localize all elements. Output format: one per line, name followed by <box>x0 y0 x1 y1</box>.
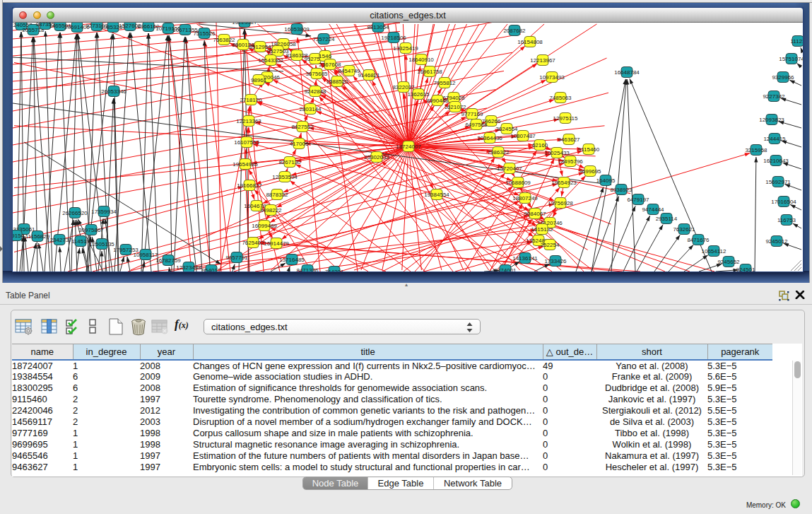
svg-text:26266520: 26266520 <box>62 210 88 216</box>
svg-text:7632621: 7632621 <box>673 226 695 233</box>
svg-text:13325419: 13325419 <box>393 45 418 52</box>
svg-text:8267130: 8267130 <box>278 159 301 165</box>
svg-text:19384554: 19384554 <box>424 192 449 198</box>
svg-text:18724007: 18724007 <box>396 144 421 150</box>
svg-text:26053346: 26053346 <box>101 88 126 95</box>
svg-text:9084067: 9084067 <box>524 211 546 217</box>
svg-text:15751074: 15751074 <box>779 56 803 62</box>
svg-text:13716485: 13716485 <box>279 257 305 263</box>
svg-text:16648784: 16648784 <box>614 69 640 76</box>
svg-text:6794028: 6794028 <box>442 95 465 101</box>
svg-text:12213363: 12213363 <box>236 118 261 124</box>
svg-text:10025433: 10025433 <box>544 150 570 156</box>
svg-text:10973493: 10973493 <box>539 74 565 81</box>
svg-text:16961758: 16961758 <box>417 69 442 75</box>
svg-text:9657791: 9657791 <box>225 255 248 261</box>
svg-text:164095: 164095 <box>596 177 616 184</box>
svg-text:25302033: 25302033 <box>364 154 389 160</box>
svg-text:8938923: 8938923 <box>610 187 632 193</box>
svg-text:9245652: 9245652 <box>717 259 740 265</box>
svg-text:19218506: 19218506 <box>381 35 406 41</box>
svg-text:19654985: 19654985 <box>233 161 258 168</box>
svg-text:19166827: 19166827 <box>237 182 262 189</box>
svg-text:1362615: 1362615 <box>407 91 430 98</box>
svg-text:8878332: 8878332 <box>266 192 288 198</box>
svg-text:16099489: 16099489 <box>252 223 277 229</box>
svg-text:954012: 954012 <box>202 267 221 272</box>
svg-text:7986322: 7986322 <box>487 149 510 156</box>
svg-text:12505135: 12505135 <box>89 241 114 247</box>
svg-text:30975867: 30975867 <box>78 227 104 233</box>
svg-text:10688609: 10688609 <box>505 180 531 186</box>
svg-text:9115460: 9115460 <box>578 146 600 153</box>
svg-text:15692971: 15692971 <box>765 179 791 185</box>
svg-text:16053809: 16053809 <box>284 26 310 33</box>
svg-text:2367608: 2367608 <box>319 62 341 68</box>
svg-text:9699695: 9699695 <box>579 168 601 175</box>
svg-text:98961: 98961 <box>251 77 267 83</box>
svg-text:7515526: 7515526 <box>193 30 216 37</box>
svg-text:7625402: 7625402 <box>242 240 264 246</box>
svg-text:39154: 39154 <box>13 233 25 239</box>
svg-text:20364436: 20364436 <box>477 135 502 141</box>
svg-text:16914479: 16914479 <box>264 240 289 247</box>
svg-text:18807249: 18807249 <box>512 195 538 201</box>
svg-text:12353594: 12353594 <box>272 174 298 180</box>
svg-text:2935114: 2935114 <box>656 216 678 222</box>
svg-text:3498222: 3498222 <box>259 207 282 214</box>
svg-text:1588520: 1588520 <box>326 78 348 85</box>
svg-text:9463627: 9463627 <box>558 136 580 143</box>
svg-text:3624554: 3624554 <box>495 126 518 132</box>
svg-text:10807487: 10807487 <box>510 133 536 139</box>
svg-text:11121: 11121 <box>790 38 803 45</box>
svg-text:9474001: 9474001 <box>494 267 517 272</box>
svg-text:764201: 764201 <box>325 269 344 272</box>
svg-text:6497568: 6497568 <box>465 122 488 128</box>
svg-text:2718170: 2718170 <box>240 97 262 103</box>
svg-text:15720407: 15720407 <box>497 165 522 172</box>
svg-text:8813054: 8813054 <box>367 24 389 30</box>
svg-text:8322037: 8322037 <box>392 84 415 90</box>
svg-text:417006: 417006 <box>290 141 309 147</box>
svg-text:9329966: 9329966 <box>772 74 794 81</box>
svg-text:12975115: 12975115 <box>553 115 579 122</box>
svg-text:12342737: 12342737 <box>47 237 72 243</box>
svg-text:8427552: 8427552 <box>291 124 314 130</box>
svg-text:6479197: 6479197 <box>627 197 649 203</box>
svg-text:9227342: 9227342 <box>763 93 785 100</box>
svg-text:10654112: 10654112 <box>702 248 727 255</box>
svg-text:15223327: 15223327 <box>232 23 257 25</box>
svg-text:7357224: 7357224 <box>312 36 335 42</box>
svg-text:1621072: 1621072 <box>444 104 466 110</box>
svg-text:12093823: 12093823 <box>759 117 784 123</box>
svg-text:9242848: 9242848 <box>304 88 326 95</box>
svg-text:9474444: 9474444 <box>642 206 664 213</box>
svg-text:8471676: 8471676 <box>687 237 710 243</box>
svg-text:16543362: 16543362 <box>258 57 283 64</box>
svg-text:3675685: 3675685 <box>305 71 328 77</box>
svg-text:18640910: 18640910 <box>408 57 434 63</box>
svg-text:9245012: 9245012 <box>765 238 788 245</box>
svg-text:1733426: 1733426 <box>544 258 567 264</box>
svg-text:1244415: 1244415 <box>763 136 786 142</box>
svg-text:252254: 252254 <box>541 242 560 248</box>
svg-text:16107553: 16107553 <box>234 139 259 146</box>
svg-text:10958117: 10958117 <box>134 252 159 258</box>
svg-text:14136141: 14136141 <box>512 255 538 262</box>
svg-text:7485063: 7485063 <box>549 95 572 101</box>
svg-text:116753: 116753 <box>777 217 796 223</box>
svg-text:12323448: 12323448 <box>176 264 201 271</box>
svg-text:924501: 924501 <box>736 267 755 272</box>
svg-text:16782759: 16782759 <box>155 257 181 264</box>
svg-text:8454749: 8454749 <box>338 68 360 74</box>
svg-text:18495796: 18495796 <box>558 158 583 165</box>
svg-text:16210643: 16210643 <box>763 158 789 164</box>
svg-text:114519: 114519 <box>71 238 90 245</box>
svg-text:3215958: 3215958 <box>745 147 767 153</box>
svg-text:7955812: 7955812 <box>433 80 456 86</box>
svg-text:19654923: 19654923 <box>551 180 577 186</box>
svg-text:19756928: 19756928 <box>548 200 573 206</box>
svg-text:62160: 62160 <box>532 142 548 148</box>
svg-text:16154808: 16154808 <box>517 39 543 45</box>
svg-text:17016504: 17016504 <box>771 199 796 205</box>
